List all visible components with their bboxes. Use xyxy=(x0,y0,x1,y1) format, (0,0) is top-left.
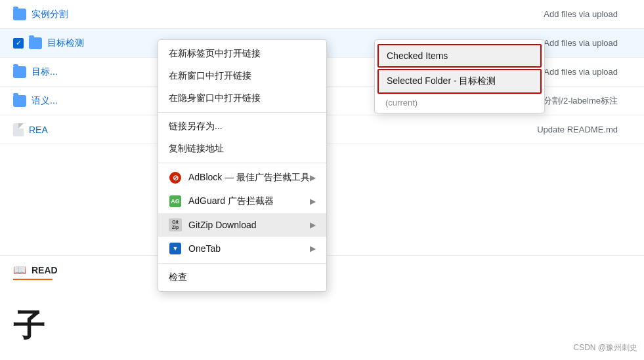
menu-label: 在新窗口中打开链接 xyxy=(169,70,251,82)
submenu-arrow: ▶ xyxy=(310,220,316,230)
submenu-arrow: ▶ xyxy=(310,197,316,206)
menu-adblock[interactable]: ⊘ AdBlock — 最佳广告拦截工具 ▶ xyxy=(158,166,326,190)
menu-label: 复制链接地址 xyxy=(169,143,224,155)
submenu-item-label: Selected Folder - 目标检测 xyxy=(387,75,496,87)
adblock-icon-wrap: ⊘ xyxy=(169,171,182,184)
submenu-current-label: (current) xyxy=(375,95,544,110)
menu-label: AdGuard 广告拦截器 xyxy=(188,195,274,207)
action-text: Update README.md xyxy=(537,125,618,134)
submenu-arrow: ▶ xyxy=(310,244,316,253)
menu-open-new-tab[interactable]: 在新标签页中打开链接 xyxy=(158,43,326,65)
menu-open-new-window[interactable]: 在新窗口中打开链接 xyxy=(158,65,326,87)
gitzip-icon: GitZip xyxy=(169,218,182,231)
context-menu: 在新标签页中打开链接 在新窗口中打开链接 在隐身窗口中打开链接 链接另存为...… xyxy=(158,39,327,292)
readme-label: READ xyxy=(32,265,58,275)
adguard-icon-wrap: AG xyxy=(169,195,182,208)
menu-label: 在隐身窗口中打开链接 xyxy=(169,92,261,104)
folder-icon xyxy=(13,9,26,20)
big-character: 子 xyxy=(13,305,45,347)
gitzip-icon-wrap: GitZip xyxy=(169,218,182,231)
menu-gitzip[interactable]: GitZip GitZip Download ▶ xyxy=(158,213,326,237)
menu-separator xyxy=(158,112,326,113)
watermark: CSDN @豫州刺史 xyxy=(573,342,637,353)
file-name[interactable]: 语义... xyxy=(32,95,110,107)
file-name[interactable]: 目标检测 xyxy=(47,37,126,49)
file-name[interactable]: REA xyxy=(29,125,108,135)
menu-copy-link[interactable]: 复制链接地址 xyxy=(158,138,326,160)
onetab-icon-wrap: ▼ xyxy=(169,242,182,255)
action-text: Add files via upload xyxy=(544,67,618,77)
folder-icon xyxy=(29,37,42,49)
menu-adguard[interactable]: AG AdGuard 广告拦截器 ▶ xyxy=(158,190,326,213)
submenu-checked-items[interactable]: Checked Items xyxy=(377,44,542,68)
menu-label: 链接另存为... xyxy=(169,121,223,132)
menu-separator xyxy=(158,163,326,163)
book-icon: 📖 xyxy=(13,264,26,276)
folder-icon xyxy=(13,95,26,107)
onetab-icon: ▼ xyxy=(169,243,181,254)
menu-save-link[interactable]: 链接另存为... xyxy=(158,115,326,138)
gitzip-submenu: Checked Items Selected Folder - 目标检测 (cu… xyxy=(374,39,545,113)
menu-label: AdBlock — 最佳广告拦截工具 xyxy=(188,172,310,184)
checkbox-checked[interactable]: ✓ xyxy=(13,38,24,49)
action-text: Add files via upload xyxy=(544,9,618,19)
adblock-icon: ⊘ xyxy=(169,172,181,184)
menu-onetab[interactable]: ▼ OneTab ▶ xyxy=(158,237,326,260)
action-text: Add files via upload xyxy=(544,38,618,48)
submenu-item-label: Checked Items xyxy=(387,50,448,61)
menu-label: OneTab xyxy=(188,243,221,254)
submenu-current-text: (current) xyxy=(385,98,418,108)
menu-label: 检查 xyxy=(169,271,187,283)
file-name[interactable]: 目标... xyxy=(32,66,110,78)
file-icon xyxy=(13,123,24,136)
readme-underline xyxy=(13,279,53,280)
menu-label: GitZip Download xyxy=(188,220,257,230)
submenu-arrow: ▶ xyxy=(310,173,316,182)
folder-icon xyxy=(13,66,26,78)
menu-open-incognito[interactable]: 在隐身窗口中打开链接 xyxy=(158,87,326,110)
submenu-selected-folder[interactable]: Selected Folder - 目标检测 xyxy=(377,69,542,94)
adguard-icon: AG xyxy=(169,195,181,207)
file-name[interactable]: 实例分割 xyxy=(32,9,110,20)
menu-label: 在新标签页中打开链接 xyxy=(169,48,261,60)
menu-inspect[interactable]: 检查 xyxy=(158,266,326,289)
menu-separator xyxy=(158,263,326,264)
file-row[interactable]: 实例分割 Add files via upload xyxy=(0,0,644,29)
